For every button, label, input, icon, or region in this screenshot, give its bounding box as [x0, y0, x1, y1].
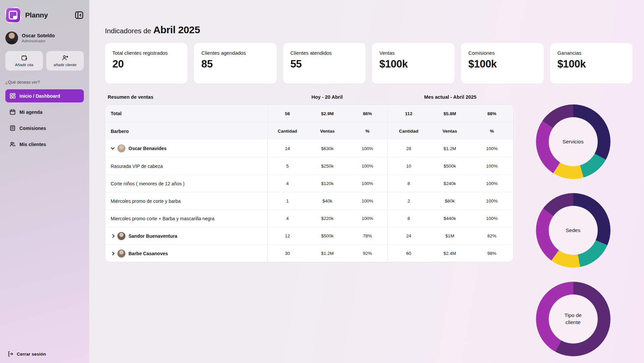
sidebar-item-label: Comisiones	[19, 126, 46, 131]
total-today-cantidad: 56	[267, 105, 307, 122]
sales-summary-title: Resumen de ventas	[105, 94, 267, 100]
page-title-prefix: Indicadores de	[105, 27, 151, 35]
stat-card-value: $100k	[468, 58, 536, 70]
donut-chart-label: Sedes	[566, 227, 581, 234]
planny-logo-icon	[5, 7, 21, 23]
user-name: Oscar Soteldo	[22, 33, 55, 38]
col-barbero: Barbero	[105, 123, 267, 140]
donut-chart-label: Tipo de cliente	[557, 312, 590, 326]
stat-card-value: $100k	[379, 58, 447, 70]
barber-row[interactable]: Oscar Benavides 14 $630k 100% 28 $1.2M 1…	[105, 140, 513, 157]
logout-button[interactable]: Cerrar sesión	[7, 351, 46, 357]
total-month-cantidad: 112	[387, 105, 430, 122]
stat-card-value: 20	[112, 58, 180, 70]
stat-card-label: Clientes atendidos	[290, 50, 358, 56]
barber-row[interactable]: Barbe Casanoves 30 $1.2M 92% 60 $2.4M 98…	[105, 244, 513, 262]
service-row: Corte niños ( menores de 12 años ) 4 $12…	[105, 175, 513, 192]
collapse-sidebar-button[interactable]	[74, 10, 84, 20]
calendar-icon	[9, 109, 16, 115]
donut-chart-sedes: Sedes	[536, 193, 610, 268]
barber-avatar	[117, 249, 125, 258]
stat-card-value: $100k	[557, 58, 625, 70]
total-month-ventas: $5.8M	[430, 105, 470, 122]
col-pct-hoy: %	[347, 123, 387, 140]
service-row: Miercoles promo corte + Barba y mascaril…	[105, 210, 513, 227]
group-label-today: Hoy - 20 Abril	[267, 94, 387, 100]
add-client-button[interactable]: añadir cliente	[46, 51, 84, 71]
stat-card: Comisiones $100k	[461, 43, 543, 84]
add-appointment-label: Añadir cita	[15, 63, 33, 67]
donut-chart-label: Servicios	[562, 138, 584, 145]
calculator-icon	[9, 125, 16, 131]
page-title: Indicadores deAbril 2025	[105, 24, 633, 36]
barber-row[interactable]: Sandor Buenaventura 12 $500k 78% 24 $1M …	[105, 227, 513, 244]
sidebar-item-comisiones[interactable]: Comisiones	[5, 122, 84, 135]
service-row: Miércoles promo de corte y barba 1 $40k …	[105, 192, 513, 210]
chevron-right-icon	[111, 234, 114, 238]
sidebar-item-label: Mi agenda	[19, 109, 42, 115]
donut-charts-column: Servicios Sedes Tipo de cliente	[514, 92, 633, 356]
stat-card: Clientes agendados 85	[194, 43, 276, 84]
logout-label: Cerrar sesión	[17, 352, 46, 357]
user-plus-icon	[62, 55, 68, 61]
logout-icon	[7, 351, 13, 357]
service-row: Rasurada VIP de cabeza 5 $250k 100% 10 $…	[105, 157, 513, 175]
dashboard-grid-icon	[9, 93, 16, 99]
user-role: Administrador	[22, 39, 55, 43]
donut-chart-tipo-de-cliente: Tipo de cliente	[536, 282, 610, 356]
sales-summary-header: Resumen de ventas Hoy - 20 Abril Mes act…	[105, 92, 514, 104]
stat-card: Ganancias $100k	[550, 43, 633, 84]
barber-avatar	[117, 232, 125, 240]
stat-cards-row: Total clientes registrados 20 Clientes a…	[105, 43, 633, 84]
total-today-pct: 86%	[347, 105, 387, 122]
stat-card-label: Total clientes registrados	[112, 50, 180, 56]
sidebar-item-clientes[interactable]: Mis clientes	[5, 138, 84, 151]
add-client-label: añadir cliente	[54, 63, 76, 67]
sidebar-header: Planny	[5, 7, 84, 23]
total-today-ventas: $2.9M	[307, 105, 347, 122]
app-title: Planny	[25, 11, 48, 19]
add-appointment-button[interactable]: Añadir cita	[5, 51, 43, 71]
stat-card-value: 55	[290, 58, 358, 70]
main-content: Indicadores deAbril 2025 Total clientes …	[89, 0, 644, 363]
sales-summary-table: Total 56 $2.9M 86% 112 $5.8M 88% Barbero…	[105, 104, 514, 262]
total-month-pct: 88%	[470, 105, 514, 122]
user-profile: Oscar Soteldo Administrador	[5, 32, 84, 44]
chevron-down-icon	[111, 146, 114, 149]
total-row: Total 56 $2.9M 86% 112 $5.8M 88%	[105, 105, 513, 122]
donut-chart-servicios: Servicios	[536, 104, 610, 179]
col-ventas-mes: Ventas	[430, 123, 470, 140]
stat-card-label: Ganancias	[557, 50, 625, 56]
stat-card: Clientes atendidos 55	[283, 43, 366, 84]
calendar-plus-icon	[21, 55, 27, 61]
sidebar-item-dashboard[interactable]: Inicio / Dashboard	[5, 89, 84, 102]
sidebar-section-label: ¿Qué deseas ver?	[5, 80, 84, 85]
sidebar-item-label: Mis clientes	[19, 142, 46, 147]
col-pct-mes: %	[470, 123, 514, 140]
sales-summary-section: Resumen de ventas Hoy - 20 Abril Mes act…	[105, 92, 514, 262]
col-ventas-hoy: Ventas	[307, 123, 347, 140]
chevron-right-icon	[111, 252, 114, 255]
stat-card-value: 85	[201, 58, 269, 70]
sidebar-nav: Inicio / Dashboard Mi agenda Comisiones …	[5, 89, 84, 151]
user-avatar	[5, 32, 18, 44]
page-title-period: Abril 2025	[153, 24, 200, 35]
barber-avatar	[117, 144, 125, 152]
group-label-month: Mes actual - Abril 2025	[387, 94, 514, 100]
col-cantidad-hoy: Cantidad	[267, 123, 307, 140]
stat-card: Ventas $100k	[372, 43, 454, 84]
users-icon	[9, 141, 16, 147]
stat-card-label: Clientes agendados	[201, 50, 269, 56]
collapse-sidebar-icon	[75, 11, 84, 19]
stat-card: Total clientes registrados 20	[105, 43, 187, 84]
column-header-row: Barbero Cantidad Ventas % Cantidad Venta…	[105, 122, 513, 140]
col-cantidad-mes: Cantidad	[387, 123, 430, 140]
sidebar-item-label: Inicio / Dashboard	[19, 93, 60, 99]
total-label: Total	[105, 105, 267, 122]
sidebar: Planny Oscar Soteldo Administrador Añadi…	[0, 0, 89, 363]
stat-card-label: Ventas	[379, 50, 447, 56]
sidebar-item-agenda[interactable]: Mi agenda	[5, 105, 84, 119]
stat-card-label: Comisiones	[468, 50, 536, 56]
